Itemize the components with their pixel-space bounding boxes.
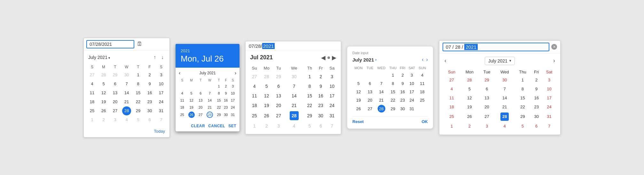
table-row[interactable]: 11: [443, 94, 460, 103]
table-row[interactable]: 25: [86, 106, 98, 115]
table-row[interactable]: 3: [109, 115, 121, 124]
table-row[interactable]: 30: [398, 104, 407, 113]
table-row[interactable]: 7: [155, 115, 167, 124]
cal1-today-button[interactable]: Today: [154, 129, 165, 134]
table-row[interactable]: 29: [479, 76, 495, 85]
table-row[interactable]: 4: [121, 115, 132, 124]
table-row[interactable]: 20: [197, 104, 204, 111]
table-row[interactable]: 30: [222, 111, 229, 119]
table-row[interactable]: 30: [531, 112, 542, 122]
table-row[interactable]: 22: [388, 96, 398, 104]
table-row[interactable]: 5: [352, 79, 365, 88]
table-row[interactable]: 14: [495, 94, 514, 103]
table-row[interactable]: 19: [186, 104, 197, 111]
table-row[interactable]: 27: [197, 111, 204, 119]
table-row[interactable]: 2: [460, 122, 479, 131]
table-row[interactable]: 7: [542, 122, 556, 131]
cal1-date-input[interactable]: 07/28/2021: [86, 40, 134, 48]
table-row[interactable]: 23: [144, 97, 155, 106]
table-row[interactable]: 2: [260, 121, 273, 131]
table-row[interactable]: 21: [495, 103, 514, 112]
table-row[interactable]: 12: [460, 94, 479, 103]
table-row[interactable]: 4: [443, 85, 460, 94]
table-row[interactable]: 16: [144, 88, 155, 97]
table-row[interactable]: 22: [132, 97, 144, 106]
table-row[interactable]: 1: [249, 121, 260, 131]
table-row[interactable]: 7: [326, 121, 338, 131]
table-row[interactable]: 11: [86, 88, 98, 97]
table-row[interactable]: 3: [479, 122, 495, 131]
table-row[interactable]: 17: [326, 91, 338, 101]
table-row[interactable]: 24: [326, 101, 338, 110]
cal4-ok-button[interactable]: OK: [422, 119, 428, 124]
table-row[interactable]: 1: [304, 72, 315, 81]
table-row[interactable]: 4: [495, 122, 514, 131]
table-row[interactable]: 27: [443, 76, 460, 85]
table-row[interactable]: 28: [260, 72, 273, 81]
cal2-clear-button[interactable]: CLEAR: [191, 124, 205, 128]
table-row[interactable]: 15: [132, 88, 144, 97]
table-row[interactable]: 19: [460, 103, 479, 112]
table-row[interactable]: 1: [132, 71, 144, 79]
table-row[interactable]: [204, 83, 216, 90]
table-row[interactable]: 10: [326, 81, 338, 91]
table-row[interactable]: 29: [273, 72, 284, 81]
table-row[interactable]: 7: [204, 90, 216, 97]
table-row[interactable]: 2: [144, 71, 155, 79]
table-row[interactable]: 28: [495, 112, 514, 122]
table-row[interactable]: 25: [417, 96, 428, 104]
table-row[interactable]: 6: [273, 81, 284, 91]
table-row[interactable]: 30: [121, 71, 132, 79]
cal2-prev-btn[interactable]: ‹: [179, 70, 180, 76]
table-row[interactable]: 16: [315, 91, 326, 101]
cal2-cancel-button[interactable]: CANCEL: [208, 124, 225, 128]
table-row[interactable]: 4: [179, 90, 186, 97]
table-row[interactable]: 7: [375, 79, 387, 88]
table-row[interactable]: 23: [531, 103, 542, 112]
table-row[interactable]: 14: [284, 91, 304, 101]
table-row[interactable]: 28: [98, 71, 109, 79]
table-row[interactable]: 18: [249, 101, 260, 110]
table-row[interactable]: 18: [86, 97, 98, 106]
cal5-prev-btn[interactable]: ‹: [444, 57, 446, 64]
table-row[interactable]: 17: [229, 97, 236, 104]
cal1-month-label[interactable]: July 2021: [88, 55, 110, 60]
table-row[interactable]: 29: [304, 110, 315, 121]
table-row[interactable]: 26: [460, 112, 479, 122]
table-row[interactable]: 18: [443, 103, 460, 112]
table-row[interactable]: [179, 83, 186, 90]
table-row[interactable]: 4: [86, 79, 98, 88]
table-row[interactable]: 5: [98, 79, 109, 88]
table-row[interactable]: 23: [222, 104, 229, 111]
table-row[interactable]: 31: [229, 111, 236, 119]
table-row[interactable]: [375, 71, 387, 79]
table-row[interactable]: 17: [542, 94, 556, 103]
table-row[interactable]: 15: [388, 88, 398, 96]
table-row[interactable]: 19: [260, 101, 273, 110]
table-row[interactable]: 6: [144, 115, 155, 124]
table-row[interactable]: 8: [388, 79, 398, 88]
table-row[interactable]: 4: [284, 121, 304, 131]
table-row[interactable]: 9: [398, 79, 407, 88]
table-row[interactable]: 27: [365, 104, 375, 113]
table-row[interactable]: 5: [460, 85, 479, 94]
table-row[interactable]: 6: [109, 79, 121, 88]
table-row[interactable]: 10: [155, 79, 167, 88]
table-row[interactable]: 10: [542, 85, 556, 94]
table-row[interactable]: 28: [121, 106, 132, 115]
cal4-month-label[interactable]: July 2021 ›: [352, 57, 377, 63]
table-row[interactable]: 12: [260, 91, 273, 101]
table-row[interactable]: 31: [407, 104, 417, 113]
table-row[interactable]: 22: [514, 103, 531, 112]
table-row[interactable]: 1: [216, 83, 223, 90]
table-row[interactable]: 9: [144, 79, 155, 88]
table-row[interactable]: 25: [249, 110, 260, 121]
table-row[interactable]: 3: [155, 71, 167, 79]
table-row[interactable]: 6: [197, 90, 204, 97]
table-row[interactable]: 1: [388, 71, 398, 79]
table-row[interactable]: 30: [284, 72, 304, 81]
table-row[interactable]: 12: [352, 88, 365, 96]
table-row[interactable]: 13: [197, 97, 204, 104]
table-row[interactable]: 24: [542, 103, 556, 112]
table-row[interactable]: 15: [514, 94, 531, 103]
